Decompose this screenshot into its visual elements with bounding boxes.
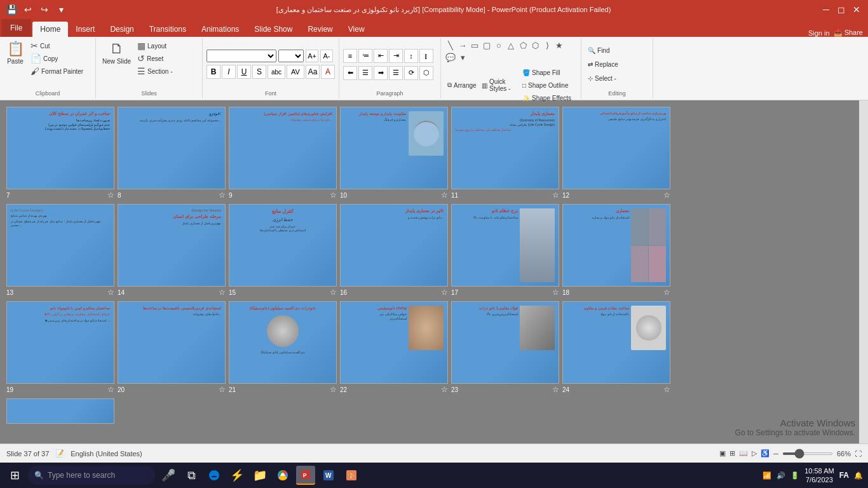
slide-sorter-button[interactable]: ⊞ xyxy=(729,449,735,458)
sound-icon[interactable]: 🔊 xyxy=(776,471,785,480)
tab-slideshow[interactable]: Slide Show xyxy=(247,22,300,37)
quick-styles-button[interactable]: ▥ Quick Styles - xyxy=(479,79,517,92)
vertical-scrollbar[interactable] xyxy=(859,100,868,444)
replace-button[interactable]: ⇄ Replace xyxy=(585,58,649,71)
shape-line[interactable]: ╲ xyxy=(445,39,456,51)
slide-item-7[interactable]: صاحب و اثر عمران در سطح کلان ضرورت ایجاد… xyxy=(6,107,114,201)
cortana-button[interactable]: 🎤 xyxy=(159,466,178,485)
slide-thumb-14[interactable]: (Design for Human) مرحله طراحی برای انسا… xyxy=(118,204,226,287)
slide-item-12[interactable]: بهره‌برداری مناسب از منابع و آموزش‌های ا… xyxy=(562,107,670,201)
italic-button[interactable]: I xyxy=(222,65,236,79)
strikethrough-button[interactable]: S xyxy=(252,65,266,79)
slide-thumb-23[interactable]: فولاد مقاوم با نانو ذرات استحکام برش‌پذی… xyxy=(451,301,559,384)
star-15[interactable]: ☆ xyxy=(330,288,337,297)
slide-item-24[interactable]: ساخت بتقات فرمی و مقاوم با استفاده از نا… xyxy=(562,301,670,395)
char-spacing-button[interactable]: AV xyxy=(287,65,304,79)
paste-button[interactable]: 📋 Paste xyxy=(4,39,27,66)
slide-item-10[interactable]: مقاومت پایدار و توسعه پایدار معماری و فر… xyxy=(340,107,448,201)
star-24[interactable]: ☆ xyxy=(663,385,670,394)
task-view-button[interactable]: ⧉ xyxy=(182,466,201,485)
clock-area[interactable]: 10:58 AM 7/6/2023 xyxy=(804,466,834,485)
tab-file[interactable]: File xyxy=(1,19,31,37)
reading-view-button[interactable]: 📖 xyxy=(739,449,748,458)
slideshow-button[interactable]: ▷ xyxy=(752,449,757,458)
select-button[interactable]: ⊹ Select - xyxy=(585,72,649,85)
normal-view-button[interactable]: ▣ xyxy=(719,449,726,458)
star-9[interactable]: ☆ xyxy=(330,191,337,200)
align-center-button[interactable]: ☰ xyxy=(358,66,372,80)
layout-button[interactable]: ▦ Layout xyxy=(135,39,198,52)
tab-transitions[interactable]: Transitions xyxy=(142,22,194,37)
slide-item-21[interactable]: نانوذرات دی اکسید سیلیکون (نانو سیلیکا) … xyxy=(229,301,337,395)
slide-item-17[interactable]: برج عظام نانو ساختمان‌های بلند با مقاومت… xyxy=(451,204,559,298)
star-23[interactable]: ☆ xyxy=(552,385,559,394)
bluetooth-icon[interactable]: ⚡ xyxy=(227,466,247,485)
shape-pentagon[interactable]: ⬠ xyxy=(517,39,529,51)
arrange-button[interactable]: ⧉ Arrange xyxy=(445,79,477,92)
tab-view[interactable]: View xyxy=(341,22,372,37)
star-21[interactable]: ☆ xyxy=(330,385,337,394)
decrease-font-button[interactable]: A- xyxy=(320,50,333,62)
shape-more[interactable]: ▾ xyxy=(457,51,468,63)
chrome-button[interactable] xyxy=(273,466,292,485)
tab-design[interactable]: Design xyxy=(102,22,141,37)
battery-icon[interactable]: 🔋 xyxy=(790,471,799,480)
smartart-button[interactable]: ⬡ xyxy=(419,66,433,80)
slide-grid[interactable]: صاحب و اثر عمران در سطح کلان ضرورت ایجاد… xyxy=(0,100,859,444)
zoom-slider[interactable] xyxy=(782,452,833,455)
slide-item-8[interactable]: خودرو: مجموعه این مفاهیم دلایله رو دو مت… xyxy=(118,107,226,201)
slide-thumb-22[interactable]: نانوسیلیس (SiO₂) خواص میکانیکی بتناستحکا… xyxy=(340,301,448,384)
text-shadow-button[interactable]: abc xyxy=(268,65,285,79)
align-left-button[interactable]: ⬅ xyxy=(343,66,357,80)
restore-button[interactable]: ◻ xyxy=(835,3,848,16)
slide-thumb-15[interactable]: کنترل منابع حفظ انرژی تمرکز برای سه چیز:… xyxy=(229,204,337,287)
paint-taskbar-button[interactable]: 🎨 xyxy=(342,466,361,485)
minimize-button[interactable]: ─ xyxy=(820,3,832,16)
notification-button[interactable]: 🔔 xyxy=(854,471,863,480)
search-bar-taskbar[interactable]: 🔍 Type here to search xyxy=(28,466,155,485)
star-10[interactable]: ☆ xyxy=(441,191,448,200)
file-explorer-button[interactable]: 📁 xyxy=(250,466,269,485)
slide-thumb-18[interactable]: معماری استفاده از نانو مواد در سازه xyxy=(562,204,670,287)
close-button[interactable]: ✕ xyxy=(850,3,863,16)
justify-button[interactable]: ☰ xyxy=(389,66,403,80)
slide-thumb-21[interactable]: نانوذرات دی اکسید سیلیکون (نانو سیلیکا) … xyxy=(229,301,337,384)
star-16[interactable]: ☆ xyxy=(441,288,448,297)
decrease-indent-button[interactable]: ⇤ xyxy=(374,49,388,63)
slide-thumb-20[interactable]: استفاده‌ی فردو پلاستیس ناشیست‌ها در ساخت… xyxy=(118,301,226,384)
slide-thumb-17[interactable]: برج عظام نانو ساختمان‌های بلند با مقاومت… xyxy=(451,204,559,287)
bullets-button[interactable]: ≡ xyxy=(343,49,357,63)
shape-outline-button[interactable]: □ Shape Outline xyxy=(520,79,577,92)
undo-button[interactable]: ↩ xyxy=(22,3,34,16)
redo-button[interactable]: ↪ xyxy=(38,3,51,16)
section-button[interactable]: ☰ Section - xyxy=(135,65,198,78)
line-spacing-button[interactable]: ↕ xyxy=(404,49,418,63)
star-20[interactable]: ☆ xyxy=(219,385,226,394)
shape-chevron[interactable]: ⟩ xyxy=(541,39,553,51)
shape-effects-button[interactable]: ✨ Shape Effects xyxy=(520,92,577,104)
star-14[interactable]: ☆ xyxy=(219,288,226,297)
shape-triangle[interactable]: △ xyxy=(505,39,517,51)
star-18[interactable]: ☆ xyxy=(663,288,670,297)
share-button[interactable]: 📤 Share xyxy=(834,29,863,37)
slide-item-16[interactable]: تاثیر در معماری پایدار نانو ذرات پوشش ده… xyxy=(340,204,448,298)
text-direction-button[interactable]: ⟳ xyxy=(404,66,418,80)
shape-roundrect[interactable]: ▢ xyxy=(481,39,492,51)
shape-rect[interactable]: ▭ xyxy=(469,39,480,51)
star-22[interactable]: ☆ xyxy=(441,385,448,394)
shape-ellipse[interactable]: ○ xyxy=(493,39,505,51)
tab-home[interactable]: Home xyxy=(32,22,68,37)
tab-review[interactable]: Review xyxy=(300,22,340,37)
increase-indent-button[interactable]: ⇥ xyxy=(389,49,403,63)
slide-item-9[interactable]: افزایش فناوری‌های (ماشین افزار سیاسی) نا… xyxy=(229,107,337,201)
slide-thumb-7[interactable]: صاحب و اثر عمران در سطح کلان ضرورت ایجاد… xyxy=(6,107,114,189)
slide-item-18[interactable]: معماری استفاده از نانو مواد در سازه 18 xyxy=(562,204,670,298)
edge-button[interactable] xyxy=(205,466,224,485)
customize-qat-button[interactable]: ▾ xyxy=(55,3,67,16)
copy-button[interactable]: 📄 Copy xyxy=(28,52,92,65)
shape-arrow[interactable]: → xyxy=(457,39,468,51)
star-19[interactable]: ☆ xyxy=(107,385,114,394)
star-13[interactable]: ☆ xyxy=(107,288,114,297)
save-button[interactable]: 💾 xyxy=(5,3,18,16)
star-7[interactable]: ☆ xyxy=(107,191,114,200)
